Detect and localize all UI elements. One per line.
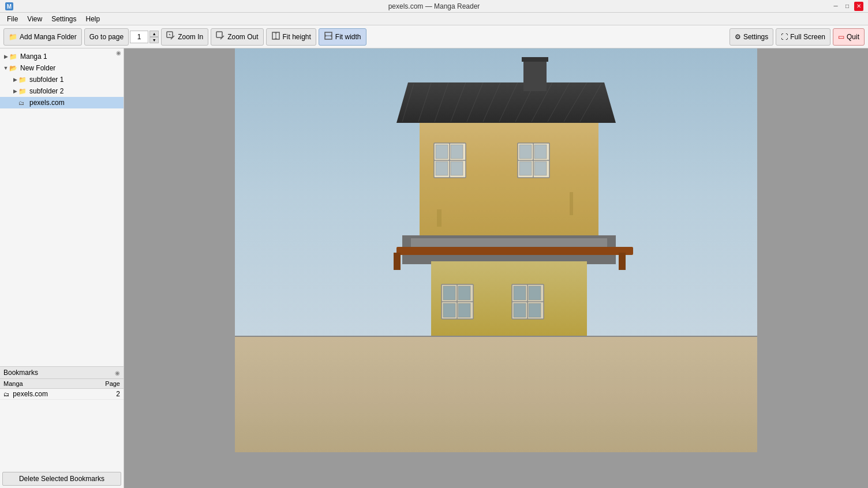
svg-rect-17 — [420, 123, 598, 238]
add-folder-icon: 📁 — [9, 33, 17, 41]
fit-height-button[interactable]: Fit height — [266, 28, 316, 46]
svg-rect-43 — [519, 145, 532, 159]
chevron-right-icon: ▶ — [2, 54, 9, 59]
content-area[interactable] — [124, 48, 868, 488]
bookmarks-header: Bookmarks ◉ — [0, 367, 124, 379]
sidebar-item-new-folder[interactable]: ▼ 📂 New Folder — [0, 62, 124, 74]
go-to-page-group: Go to page 1 ▲ ▼ — [84, 28, 159, 46]
page-down-button[interactable]: ▼ — [149, 37, 159, 43]
svg-rect-57 — [458, 286, 470, 300]
sidebar-pin-icon[interactable]: ◉ — [116, 50, 121, 56]
folder-icon: 📁 — [9, 53, 18, 61]
svg-rect-67 — [437, 209, 442, 227]
settings-button[interactable]: ⚙ Settings — [729, 28, 773, 46]
zoom-out-icon — [216, 31, 225, 42]
restore-button[interactable]: □ — [843, 2, 852, 11]
svg-rect-49 — [396, 247, 633, 255]
zoom-out-button[interactable]: Zoom Out — [211, 28, 263, 46]
svg-rect-31 — [523, 59, 547, 91]
fullscreen-icon: ⛶ — [781, 33, 788, 41]
bookmark-file-icon: 🗂 — [3, 391, 9, 397]
sidebar-item-subfolder2[interactable]: ▶ 📁 subfolder 2 — [0, 85, 124, 97]
app-icon: M — [5, 2, 14, 11]
svg-rect-64 — [529, 286, 541, 300]
manga-page-2 — [235, 337, 757, 452]
bookmarks-col-page: Page — [68, 379, 124, 389]
sidebar-item-manga1[interactable]: ▶ 📁 Manga 1 — [0, 51, 124, 62]
menu-settings[interactable]: Settings — [47, 14, 81, 24]
menu-bar: File View Settings Help — [0, 13, 868, 25]
svg-rect-66 — [529, 303, 541, 317]
svg-rect-56 — [443, 286, 455, 300]
bookmark-row[interactable]: 🗂 pexels.com 2 — [0, 389, 124, 400]
sidebar-item-subfolder1[interactable]: ▶ 📁 subfolder 1 — [0, 74, 124, 85]
quit-button[interactable]: ▭ Quit — [833, 28, 865, 46]
window-title: pexels.com — Manga Reader — [388, 2, 480, 10]
svg-rect-5 — [216, 32, 222, 37]
folder-open-icon: 📂 — [9, 65, 18, 72]
fit-width-button[interactable]: Fit width — [319, 28, 366, 46]
bookmarks-col-manga: Manga — [0, 379, 68, 389]
bookmarks-data-table: 🗂 pexels.com 2 — [0, 389, 124, 400]
file-icon: 🗂 — [18, 100, 28, 106]
folder-icon-2: 📁 — [18, 76, 28, 84]
page-number-input[interactable]: 1 — [130, 31, 148, 43]
bookmark-manga-cell: 🗂 pexels.com — [0, 389, 102, 400]
svg-rect-50 — [394, 253, 401, 270]
zoom-in-icon — [166, 31, 175, 42]
fit-width-icon — [324, 31, 333, 42]
title-bar: M pexels.com — Manga Reader ─ □ ✕ — [0, 0, 868, 13]
window-controls: ─ □ ✕ — [831, 2, 863, 11]
bookmarks-pin-icon[interactable]: ◉ — [115, 370, 120, 376]
bookmarks-table: Manga Page — [0, 379, 124, 389]
sidebar-item-pexelscom[interactable]: ▶ 🗂 pexels.com — [0, 97, 124, 108]
delete-bookmarks-button[interactable]: Delete Selected Bookmarks — [2, 472, 121, 486]
svg-rect-44 — [534, 145, 547, 159]
settings-icon: ⚙ — [735, 33, 741, 41]
manga-page-1 — [235, 48, 757, 337]
svg-rect-36 — [436, 145, 448, 159]
svg-rect-68 — [570, 192, 573, 215]
bookmark-page-cell: 2 — [102, 389, 124, 400]
bookmarks-panel: Bookmarks ◉ Manga Page 🗂 — [0, 366, 124, 488]
chevron-right-icon-3: ▶ — [12, 88, 18, 94]
svg-rect-51 — [619, 253, 626, 270]
quit-icon: ▭ — [838, 33, 844, 41]
menu-file[interactable]: File — [2, 14, 23, 24]
chevron-down-icon: ▼ — [2, 65, 9, 71]
fit-height-icon — [271, 31, 280, 42]
sidebar: ◉ ▶ 📁 Manga 1 ▼ 📂 New Folder ▶ 📁 subfold… — [0, 48, 124, 488]
svg-rect-46 — [534, 162, 547, 175]
zoom-in-button[interactable]: Zoom In — [161, 28, 208, 46]
svg-rect-32 — [522, 57, 548, 62]
page-up-button[interactable]: ▲ — [149, 31, 159, 37]
bookmarks-body: 🗂 pexels.com 2 — [0, 389, 124, 470]
add-manga-folder-button[interactable]: 📁 Add Manga Folder — [3, 28, 82, 46]
svg-rect-63 — [514, 286, 526, 300]
fullscreen-button[interactable]: ⛶ Full Screen — [776, 28, 830, 46]
folder-icon-3: 📁 — [18, 88, 28, 95]
svg-rect-45 — [519, 162, 532, 175]
toolbar-right: ⚙ Settings ⛶ Full Screen ▭ Quit — [729, 28, 865, 46]
toolbar: 📁 Add Manga Folder Go to page 1 ▲ ▼ Zoom… — [0, 25, 868, 48]
go-to-page-button[interactable]: Go to page — [84, 28, 129, 46]
minimize-button[interactable]: ─ — [831, 2, 840, 11]
building-image-svg — [235, 48, 757, 336]
svg-rect-58 — [443, 303, 455, 317]
svg-rect-38 — [436, 162, 448, 175]
svg-rect-59 — [458, 303, 470, 317]
close-button[interactable]: ✕ — [854, 2, 863, 11]
svg-rect-70 — [235, 337, 757, 452]
svg-line-4 — [169, 34, 170, 35]
svg-rect-48 — [411, 238, 607, 247]
menu-view[interactable]: View — [23, 14, 47, 24]
sidebar-tree-panel: ◉ ▶ 📁 Manga 1 ▼ 📂 New Folder ▶ 📁 subfold… — [0, 48, 124, 366]
main-layout: ◉ ▶ 📁 Manga 1 ▼ 📂 New Folder ▶ 📁 subfold… — [0, 48, 868, 488]
svg-rect-37 — [451, 145, 463, 159]
menu-help[interactable]: Help — [81, 14, 105, 24]
svg-rect-39 — [451, 162, 463, 175]
chevron-right-icon-2: ▶ — [12, 77, 18, 82]
svg-rect-65 — [514, 303, 526, 317]
svg-text:M: M — [7, 3, 12, 10]
page-spinners: ▲ ▼ — [149, 31, 159, 43]
